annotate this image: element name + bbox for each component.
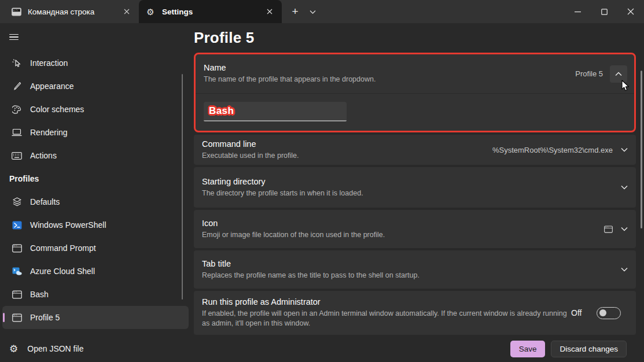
- setting-title: Command line: [202, 139, 492, 149]
- toggle-knob: [599, 309, 606, 316]
- setting-description: Executable used in the profile.: [202, 151, 492, 161]
- sidebar-item-label: Rendering: [30, 128, 68, 137]
- main-scrollbar[interactable]: [641, 71, 642, 228]
- cmd-window-icon: C:\: [604, 226, 613, 233]
- setting-title: Name: [204, 63, 575, 72]
- chevron-down-icon: [621, 185, 628, 190]
- profiles-section-header: Profiles: [0, 167, 192, 190]
- windows-terminal-settings-window: C:\ Командная строка ⚙ Settings +: [0, 0, 644, 362]
- open-json-file-button[interactable]: ⚙ Open JSON file: [9, 344, 84, 354]
- sidebar-item-label: Defaults: [30, 197, 60, 206]
- titlebar: C:\ Командная строка ⚙ Settings +: [0, 0, 644, 23]
- tab-label: Командная строка: [28, 8, 120, 16]
- minimize-button[interactable]: [564, 0, 591, 23]
- close-tab-icon[interactable]: [263, 5, 276, 18]
- powershell-icon: [12, 221, 22, 230]
- tab-label: Settings: [162, 8, 263, 16]
- chevron-down-icon: [621, 267, 628, 272]
- sidebar-item-actions[interactable]: Actions: [2, 144, 189, 167]
- setting-description: Replaces the profile name as the title t…: [202, 271, 621, 280]
- sidebar-item-windows-powershell[interactable]: Windows PowerShell: [2, 213, 189, 237]
- settings-main-panel: Profile 5 Name The name of the profile t…: [192, 23, 644, 335]
- name-setting-card-annotated: Name The name of the profile that appear…: [194, 53, 636, 132]
- gear-icon: ⚙: [9, 344, 18, 354]
- collapse-expander-button[interactable]: [610, 65, 627, 83]
- setting-value: Profile 5: [575, 69, 603, 78]
- icon-setting-card[interactable]: Icon Emoji or image file location of the…: [194, 210, 636, 248]
- page-title: Profile 5: [194, 29, 636, 47]
- profile-name-input[interactable]: Bash: [204, 102, 347, 121]
- cmd-window-icon: C:\: [10, 8, 22, 16]
- sidebar-item-label: Azure Cloud Shell: [30, 267, 95, 276]
- sidebar-item-label: Appearance: [30, 82, 74, 91]
- name-expanded-area: Bash: [196, 94, 634, 129]
- command-line-setting-card[interactable]: Command line Executable used in the prof…: [194, 135, 636, 165]
- rendering-icon: [12, 128, 22, 136]
- svg-text:C:\: C:\: [13, 314, 17, 316]
- window-controls: [564, 0, 644, 23]
- sidebar-item-label: Actions: [30, 151, 57, 160]
- open-json-file-label: Open JSON file: [27, 344, 83, 353]
- profile-name-input-value: Bash: [209, 105, 234, 117]
- tab-command-prompt[interactable]: C:\ Командная строка: [5, 0, 139, 23]
- maximize-button[interactable]: [591, 0, 617, 23]
- azure-cloud-icon: [12, 267, 22, 276]
- sidebar-item-label: Command Prompt: [30, 243, 96, 253]
- sidebar-item-label: Color schemes: [30, 105, 84, 114]
- appearance-icon: [12, 82, 22, 91]
- new-tab-button[interactable]: +: [288, 4, 303, 19]
- sidebar-item-color-schemes[interactable]: Color schemes: [2, 98, 189, 121]
- svg-text:C:\: C:\: [13, 245, 17, 247]
- cmd-window-icon: C:\: [12, 290, 22, 299]
- setting-title: Starting directory: [202, 177, 621, 186]
- toggle-state-label: Off: [571, 308, 582, 317]
- svg-text:C:\: C:\: [605, 226, 609, 228]
- hamburger-menu-button[interactable]: [6, 29, 22, 45]
- discard-changes-button[interactable]: Discard changes: [551, 341, 627, 357]
- svg-text:C:\: C:\: [13, 9, 17, 12]
- setting-description: The directory the profile starts in when…: [202, 189, 621, 198]
- chevron-down-icon: [621, 147, 628, 152]
- sidebar-item-appearance[interactable]: Appearance: [2, 75, 189, 98]
- footer-bar: ⚙ Open JSON file Save Discard changes: [0, 335, 644, 362]
- sidebar-item-rendering[interactable]: Rendering: [2, 121, 189, 144]
- sidebar-item-label: Interaction: [30, 58, 68, 68]
- setting-description: Emoji or image file location of the icon…: [202, 230, 604, 240]
- cmd-window-icon: C:\: [12, 244, 22, 253]
- tab-title-setting-card[interactable]: Tab title Replaces the profile name as t…: [194, 250, 636, 289]
- sidebar-item-azure-cloud-shell[interactable]: Azure Cloud Shell: [2, 260, 189, 283]
- run-as-admin-setting-card: Run this profile as Administrator If ena…: [194, 291, 636, 335]
- layers-icon: [12, 197, 22, 206]
- setting-title: Tab title: [202, 259, 621, 268]
- setting-value: %SystemRoot%\System32\cmd.exe: [492, 146, 613, 154]
- cmd-window-icon: C:\: [12, 313, 22, 322]
- admin-toggle-switch[interactable]: [597, 307, 621, 319]
- setting-title: Icon: [202, 219, 604, 228]
- sidebar-item-label: Profile 5: [30, 313, 60, 322]
- palette-icon: [12, 105, 22, 114]
- sidebar-item-command-prompt[interactable]: C:\ Command Prompt: [2, 237, 189, 260]
- tab-settings[interactable]: ⚙ Settings: [139, 0, 282, 23]
- sidebar-item-profile-5[interactable]: C:\ Profile 5: [2, 306, 189, 329]
- setting-description: The name of the profile that appears in …: [204, 75, 575, 84]
- starting-directory-setting-card[interactable]: Starting directory The directory the pro…: [194, 167, 636, 208]
- close-tab-icon[interactable]: [120, 5, 133, 18]
- keyboard-icon: [12, 152, 22, 160]
- setting-title: Run this profile as Administrator: [202, 297, 571, 306]
- selected-indicator: [3, 313, 5, 322]
- settings-sidebar: Interaction Appearance Color schemes: [0, 23, 192, 335]
- sidebar-item-label: Bash: [30, 290, 49, 299]
- tab-dropdown-button[interactable]: [305, 4, 320, 19]
- svg-text:C:\: C:\: [13, 291, 17, 293]
- setting-description: If enabled, the profile will open in an …: [202, 309, 571, 328]
- gear-icon: ⚙: [145, 8, 156, 16]
- sidebar-item-defaults[interactable]: Defaults: [2, 190, 189, 213]
- close-window-button[interactable]: [617, 0, 644, 23]
- save-button[interactable]: Save: [510, 341, 546, 357]
- name-expander-header[interactable]: Name The name of the profile that appear…: [196, 54, 634, 94]
- sidebar-item-bash[interactable]: C:\ Bash: [2, 283, 189, 306]
- sidebar-item-interaction[interactable]: Interaction: [2, 51, 189, 75]
- chevron-down-icon: [621, 227, 628, 231]
- interaction-icon: [12, 58, 22, 68]
- sidebar-scrollbar[interactable]: [182, 74, 183, 300]
